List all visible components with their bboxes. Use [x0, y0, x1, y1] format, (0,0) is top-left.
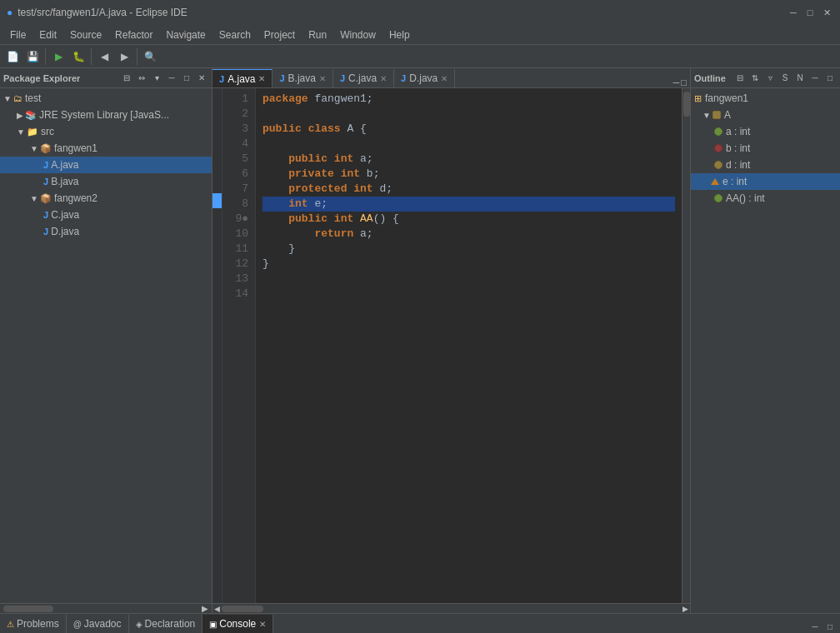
- close-panel-button[interactable]: ✕: [195, 72, 208, 85]
- tab-bjava[interactable]: J B.java ✕: [272, 69, 332, 87]
- line-num-11: 11: [226, 242, 248, 257]
- tree-item-fangwen2[interactable]: ▼ 📦 fangwen2: [0, 190, 212, 207]
- tree-item-jre[interactable]: ▶ 📚 JRE System Library [JavaS...: [0, 107, 212, 123]
- minimize-bottom-button[interactable]: ─: [808, 620, 822, 633]
- outline-item-label: d : int: [726, 159, 750, 171]
- menu-help[interactable]: Help: [382, 27, 417, 42]
- menu-edit[interactable]: Edit: [32, 27, 63, 42]
- tab-problems[interactable]: ⚠ Problems: [0, 615, 67, 633]
- outline-item-a[interactable]: a : int: [691, 123, 840, 140]
- outline-hide-static-button[interactable]: S: [778, 72, 792, 85]
- code-line-11: }: [262, 242, 675, 257]
- menu-run[interactable]: Run: [302, 27, 333, 42]
- forward-button[interactable]: ▶: [115, 47, 133, 66]
- close-button[interactable]: ✕: [820, 6, 833, 19]
- outline-title: Outline: [694, 73, 726, 83]
- minimize-panel-button[interactable]: ─: [165, 72, 178, 85]
- scroll-left-arrow[interactable]: ◀: [212, 605, 222, 613]
- link-editor-button[interactable]: ⇔: [135, 72, 148, 85]
- outline-maximize-button[interactable]: □: [823, 72, 837, 85]
- editor-vscroll[interactable]: [682, 88, 690, 603]
- folder-icon: 📁: [27, 127, 38, 137]
- tab-djava[interactable]: J D.java ✕: [394, 69, 455, 87]
- code-line-9: public int AA () {: [262, 212, 675, 227]
- menu-source[interactable]: Source: [63, 27, 108, 42]
- hscroll-track[interactable]: [222, 606, 681, 612]
- outline-item-d[interactable]: d : int: [691, 157, 840, 173]
- tab-javadoc[interactable]: @ Javadoc: [67, 615, 129, 633]
- debug-button[interactable]: 🐛: [69, 47, 88, 66]
- outline-item-A[interactable]: ▼ A: [691, 107, 840, 123]
- close-tab-button[interactable]: ✕: [441, 74, 448, 83]
- close-tab-button[interactable]: ✕: [258, 74, 265, 83]
- title-bar: ● test/src/fangwen1/A.java - Eclipse IDE…: [0, 0, 840, 25]
- search-button[interactable]: 🔍: [141, 47, 159, 66]
- close-tab-button[interactable]: ✕: [319, 74, 326, 83]
- maximize-bottom-button[interactable]: □: [823, 620, 837, 633]
- menu-window[interactable]: Window: [333, 27, 382, 42]
- menu-search[interactable]: Search: [212, 27, 258, 42]
- package-explorer-hscroll[interactable]: ▶: [0, 603, 212, 613]
- minimize-button[interactable]: ─: [787, 6, 800, 19]
- package-explorer-tree: ▼ 🗂 test ▶ 📚 JRE System Library [JavaS..…: [0, 88, 212, 603]
- tree-item-cjava[interactable]: J C.java: [0, 207, 212, 223]
- line-num-6: 6: [226, 167, 248, 182]
- menu-navigate[interactable]: Navigate: [159, 27, 212, 42]
- maximize-button[interactable]: □: [803, 6, 817, 19]
- tab-label: Declaration: [145, 618, 196, 630]
- outline-sort-button[interactable]: ⇅: [748, 72, 762, 85]
- outline-header: Outline ⊟ ⇅ ▿ S N ─ □: [691, 68, 840, 88]
- outline-item-AA[interactable]: AA() : int: [691, 190, 840, 207]
- run-button[interactable]: ▶: [49, 47, 68, 66]
- outline-controls: ⊟ ⇅ ▿ S N ─ □: [733, 72, 837, 85]
- scroll-right-arrow[interactable]: ▶: [681, 605, 690, 613]
- menu-file[interactable]: File: [3, 27, 32, 42]
- tree-item-bjava[interactable]: J B.java: [0, 173, 212, 190]
- editor-outline-row: J A.java ✕ J B.java ✕ J C.java ✕: [212, 68, 840, 613]
- tab-declaration[interactable]: ◈ Declaration: [129, 615, 203, 633]
- tree-item-fangwen1[interactable]: ▼ 📦 fangwen1: [0, 140, 212, 157]
- editor-hscroll[interactable]: ◀ ▶: [212, 603, 690, 613]
- tree-item-ajava[interactable]: J A.java: [0, 157, 212, 173]
- save-button[interactable]: 💾: [23, 47, 42, 66]
- collapse-all-button[interactable]: ⊟: [120, 72, 133, 85]
- outline-item-fangwen1[interactable]: ⊞ fangwen1: [691, 90, 840, 107]
- tree-item-src[interactable]: ▼ 📁 src: [0, 123, 212, 140]
- back-button[interactable]: ◀: [95, 47, 113, 66]
- line-num-2: 2: [226, 107, 248, 122]
- bottom-panel-controls: ─ □: [805, 620, 840, 633]
- window-controls[interactable]: ─ □ ✕: [787, 6, 833, 19]
- menu-bar: File Edit Source Refactor Navigate Searc…: [0, 25, 840, 45]
- tab-ajava[interactable]: J A.java ✕: [212, 69, 272, 87]
- minimize-editor-button[interactable]: ─: [673, 77, 680, 87]
- menu-project[interactable]: Project: [258, 27, 302, 42]
- menu-refactor[interactable]: Refactor: [108, 27, 159, 42]
- outline-tree: ⊞ fangwen1 ▼ A a : int: [691, 88, 840, 613]
- title-bar-content: ● test/src/fangwen1/A.java - Eclipse IDE: [7, 7, 188, 18]
- outline-item-e[interactable]: e : int: [691, 173, 840, 190]
- new-button[interactable]: 📄: [3, 47, 22, 66]
- tree-item-test[interactable]: ▼ 🗂 test: [0, 90, 212, 107]
- close-console-tab-button[interactable]: ✕: [259, 620, 266, 629]
- outline-minimize-button[interactable]: ─: [808, 72, 822, 85]
- package-icon: 📦: [40, 193, 52, 204]
- outline-collapse-button[interactable]: ⊟: [733, 72, 747, 85]
- code-line-6: private int b;: [262, 167, 675, 182]
- tab-console[interactable]: ▣ Console ✕: [202, 615, 273, 633]
- tree-item-djava[interactable]: J D.java: [0, 223, 212, 240]
- outline-hide-fields-button[interactable]: ▿: [763, 72, 777, 85]
- view-menu-button[interactable]: ▾: [150, 72, 163, 85]
- maximize-panel-button[interactable]: □: [180, 72, 193, 85]
- tab-cjava[interactable]: J C.java ✕: [333, 69, 394, 87]
- code-editor[interactable]: package fangwen1; public class A {: [256, 88, 682, 603]
- tab-label: D.java: [409, 72, 438, 84]
- java-icon: J: [219, 74, 224, 84]
- code-line-2: [262, 107, 675, 122]
- maximize-editor-button[interactable]: □: [681, 77, 687, 87]
- scroll-right-arrow[interactable]: ▶: [202, 604, 212, 613]
- outline-hide-nondef-button[interactable]: N: [793, 72, 807, 85]
- arrow-icon: ▼: [30, 194, 38, 203]
- close-tab-button[interactable]: ✕: [380, 74, 387, 83]
- outline-item-b[interactable]: b : int: [691, 140, 840, 157]
- tree-item-label: JRE System Library [JavaS...: [39, 109, 169, 121]
